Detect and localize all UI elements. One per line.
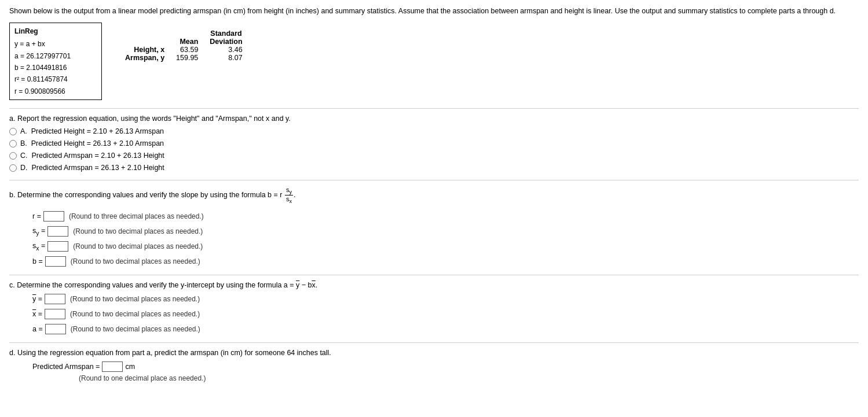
option-C-row: C. Predicted Armspan = 2.10 + 26.13 Heig… [9,152,859,160]
slope-fraction-numerator: sy [285,186,293,195]
input-sy-label: sy = [32,227,45,237]
input-sy-row: sy = (Round to two decimal places as nee… [32,226,859,237]
input-sy-field[interactable] [47,226,68,237]
input-a-row: a = (Round to two decimal places as need… [32,324,859,334]
stats-mean-header: Mean [170,29,204,46]
input-b-hint: (Round to two decimal places as needed.) [71,257,200,265]
predicted-row: Predicted Armspan = cm [32,361,859,372]
divider-4 [9,342,859,343]
option-D-radio[interactable] [9,164,17,172]
slope-fraction-denominator: sx [285,195,293,204]
input-b-label: b = [32,257,43,265]
linreg-box: LinReg y = a + bx a = 26.127997701 b = 2… [9,23,102,100]
input-r-hint: (Round to three decimal places as needed… [69,212,204,220]
stats-armspan-label: Armspan, y [119,54,170,62]
linreg-b: b = 2.104491816 [14,62,97,73]
predicted-unit: cm [125,363,135,371]
input-r-label: r = [32,212,41,220]
input-r-field[interactable] [43,211,64,222]
stats-armspan-mean: 159.95 [170,54,204,62]
section-b: b. Determine the corresponding values an… [9,186,859,267]
option-D-label: D. Predicted Armspan = 26.13 + 2.10 Heig… [20,164,164,172]
input-sx-hint: (Round to two decimal places as needed.) [73,242,203,250]
input-a-label: a = [32,325,43,333]
option-B-row: B. Predicted Height = 26.13 + 2.10 Armsp… [9,139,859,147]
top-section: LinReg y = a + bx a = 26.127997701 b = 2… [9,23,859,100]
part-a-label: a. Report the regression equation, using… [9,115,859,123]
linreg-r: r = 0.900809566 [14,86,97,97]
option-B-label: B. Predicted Height = 26.13 + 2.10 Armsp… [20,139,164,147]
stats-height-label: Height, x [119,46,170,54]
input-sx-row: sx = (Round to two decimal places as nee… [32,241,859,252]
stats-height-sd: 3.46 [204,46,248,54]
xbar-symbol: x [312,281,316,289]
input-ybar-field[interactable] [45,294,65,304]
linreg-r2: r² = 0.811457874 [14,73,97,85]
linreg-equation: y = a + bx [14,38,97,50]
part-d-label: d. Using the regression equation from pa… [9,349,859,357]
predicted-label: Predicted Armspan = [32,363,100,371]
section-d: d. Using the regression equation from pa… [9,349,859,382]
section-c: c. Determine the corresponding values an… [9,281,859,334]
option-A-radio[interactable] [9,128,17,135]
part-d-round-note: (Round to one decimal place as needed.) [79,374,859,382]
input-xbar-row: x = (Round to two decimal places as need… [32,309,859,319]
divider-2 [9,180,859,180]
option-A-label: A. Predicted Height = 2.10 + 26.13 Armsp… [20,127,164,135]
input-ybar-label: y = [32,295,42,303]
option-D-row: D. Predicted Armspan = 26.13 + 2.10 Heig… [9,164,859,172]
stats-empty-header [119,29,170,46]
stats-height-mean: 63.59 [170,46,204,54]
input-r-row: r = (Round to three decimal places as ne… [32,211,859,222]
stats-sd-header: Standard Deviation StandardDeviation [204,29,248,46]
linreg-a: a = 26.127997701 [14,50,97,62]
input-a-hint: (Round to two decimal places as needed.) [71,325,200,333]
input-xbar-field[interactable] [45,309,65,319]
option-B-radio[interactable] [9,140,17,147]
intro-text: Shown below is the output from a linear … [9,6,859,17]
part-b-label: b. Determine the corresponding values an… [9,186,859,204]
option-C-label: C. Predicted Armspan = 2.10 + 26.13 Heig… [20,152,164,160]
divider-1 [9,108,859,109]
input-b-field[interactable] [45,256,66,267]
input-xbar-label: x = [32,310,42,318]
linreg-title: LinReg [14,25,97,37]
stats-armspan-sd: 8.07 [204,54,248,62]
input-xbar-hint: (Round to two decimal places as needed.) [70,310,200,318]
input-b-row: b = (Round to two decimal places as need… [32,256,859,267]
ybar-symbol: y [296,281,299,289]
input-a-field[interactable] [45,324,66,334]
input-ybar-row: y = (Round to two decimal places as need… [32,294,859,304]
stats-table: Mean Standard Deviation StandardDeviatio… [119,29,248,62]
predicted-input-field[interactable] [102,361,123,372]
input-sx-label: sx = [32,242,45,252]
part-c-label: c. Determine the corresponding values an… [9,281,859,289]
slope-formula-fraction: sy sx [285,186,293,204]
input-sx-field[interactable] [47,241,68,252]
input-sy-hint: (Round to two decimal places as needed.) [73,227,203,235]
option-C-radio[interactable] [9,152,17,160]
divider-3 [9,275,859,275]
section-a: a. Report the regression equation, using… [9,115,859,172]
input-ybar-hint: (Round to two decimal places as needed.) [70,295,200,303]
option-A-row: A. Predicted Height = 2.10 + 26.13 Armsp… [9,127,859,135]
